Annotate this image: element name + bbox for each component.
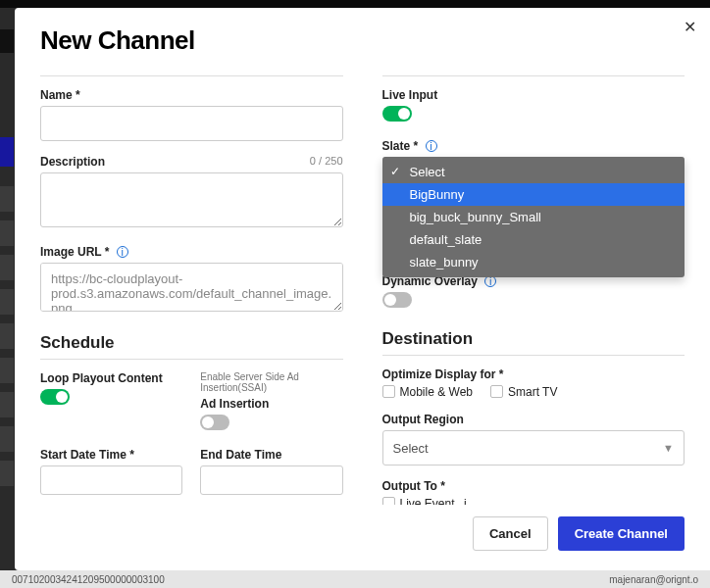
- image-url-label: Image URL * i: [40, 245, 343, 259]
- info-icon[interactable]: i: [117, 246, 128, 258]
- bg-text-right: majenaran@orignt.o: [609, 574, 698, 584]
- slate-option-slate-bunny[interactable]: slate_bunny: [382, 251, 685, 273]
- dynamic-overlay-toggle[interactable]: [382, 292, 412, 308]
- chevron-down-icon: ▼: [663, 442, 674, 454]
- left-column: Name * Description 0 / 250 Image URL * i: [40, 75, 343, 505]
- output-region-select[interactable]: Select ▼: [382, 430, 685, 466]
- output-to-label: Output To *: [382, 479, 685, 493]
- slate-label: Slate * i: [382, 139, 685, 153]
- end-datetime-input[interactable]: [200, 466, 342, 495]
- name-input[interactable]: [40, 106, 343, 141]
- slate-option-default[interactable]: default_slate: [382, 228, 685, 251]
- ad-insertion-toggle[interactable]: [200, 415, 229, 430]
- ad-insertion-label: Ad Insertion: [200, 397, 342, 411]
- start-datetime-label: Start Date Time *: [40, 448, 182, 462]
- output-to-live-checkbox[interactable]: Live Event i: [382, 497, 685, 505]
- info-icon[interactable]: i: [426, 140, 437, 152]
- schedule-heading: Schedule: [40, 333, 343, 353]
- destination-heading: Destination: [382, 329, 685, 349]
- description-label: Description 0 / 250: [40, 155, 343, 169]
- right-column: Live Input Slate * i ▼ Select Bi: [382, 75, 685, 505]
- new-channel-modal: ✕ New Channel Name * Description 0 / 250: [15, 8, 710, 570]
- loop-playout-toggle[interactable]: [40, 389, 70, 405]
- image-url-input[interactable]: https://bc-cloudplayout-prod.s3.amazonaw…: [40, 263, 343, 312]
- slate-option-bbb-small[interactable]: big_buck_bunny_Small: [382, 206, 685, 228]
- start-datetime-input[interactable]: [40, 466, 182, 495]
- bg-text-left: 0071020034241209500000003100: [12, 574, 165, 584]
- description-counter: 0 / 250: [310, 155, 343, 167]
- slate-dropdown: Select BigBunny big_buck_bunny_Small def…: [382, 157, 685, 277]
- live-input-label: Live Input: [382, 88, 685, 102]
- info-icon[interactable]: i: [464, 497, 467, 505]
- modal-title: New Channel: [40, 25, 195, 56]
- slate-option-select[interactable]: Select: [382, 161, 685, 183]
- close-icon[interactable]: ✕: [684, 18, 696, 36]
- optimize-tv-checkbox[interactable]: Smart TV: [490, 385, 557, 399]
- name-label: Name *: [40, 88, 343, 102]
- description-input[interactable]: [40, 172, 343, 227]
- output-region-label: Output Region: [382, 413, 685, 426]
- optimize-label: Optimize Display for *: [382, 368, 685, 381]
- create-channel-button[interactable]: Create Channel: [558, 516, 685, 551]
- live-input-toggle[interactable]: [382, 106, 412, 122]
- ssai-note: Enable Server Side Ad Insertion(SSAI): [200, 371, 342, 393]
- loop-playout-label: Loop Playout Content: [40, 371, 182, 385]
- slate-option-bigbunny[interactable]: BigBunny: [382, 183, 685, 206]
- cancel-button[interactable]: Cancel: [473, 516, 548, 551]
- end-datetime-label: End Date Time: [200, 448, 342, 462]
- optimize-mobile-checkbox[interactable]: Mobile & Web: [382, 385, 473, 399]
